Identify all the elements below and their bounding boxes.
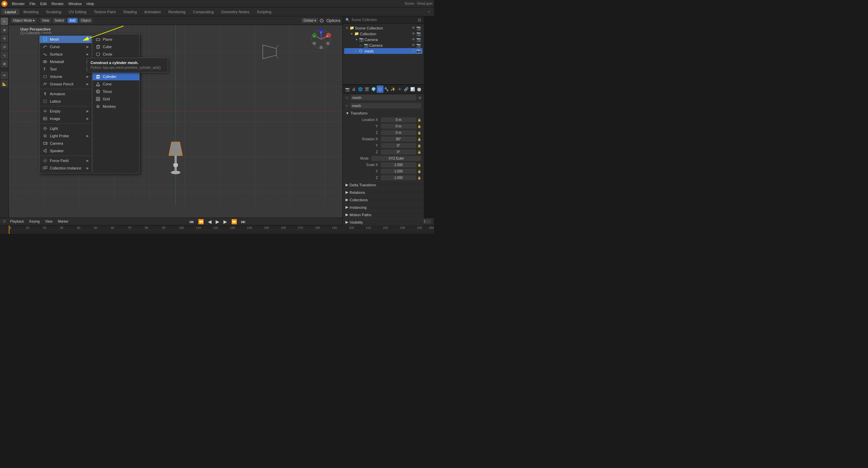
motion-paths-header[interactable]: ▶ Motion Paths — [343, 211, 424, 218]
move-tool[interactable]: ✛ — [1, 35, 8, 42]
add-menu-volume[interactable]: Volume ▶ — [40, 73, 92, 80]
menu-blender[interactable]: Blender — [9, 1, 27, 6]
play-btn[interactable]: ▶ — [216, 219, 219, 224]
add-menu-curve[interactable]: Curve ▶ — [40, 43, 92, 50]
marker-btn[interactable]: Marker — [57, 220, 70, 223]
object-mode-btn[interactable]: Object Mode ▾ — [11, 18, 37, 23]
rotate-tool[interactable]: ↺ — [1, 43, 8, 50]
render-icon[interactable]: 📷 — [416, 26, 421, 30]
view-layer-tab[interactable]: 🌐 — [357, 85, 364, 93]
add-menu-empty[interactable]: Empty ▶ — [40, 107, 92, 115]
view-btn[interactable]: View — [40, 18, 51, 23]
lock-sz[interactable]: 🔒 — [417, 176, 421, 180]
lock-sx[interactable]: 🔒 — [417, 163, 421, 167]
add-menu-lattice[interactable]: Lattice — [40, 98, 92, 105]
mesh-torus[interactable]: Torus — [93, 88, 139, 95]
lock-y[interactable]: 🔒 — [417, 125, 421, 128]
select-tool[interactable]: ↖ — [1, 18, 8, 25]
delta-transform-header[interactable]: ▶ Delta Transform — [343, 181, 424, 188]
tab-shading[interactable]: Shading — [120, 9, 140, 15]
physics-tab[interactable]: ⚛ — [396, 85, 403, 93]
outliner-camera-obj[interactable]: ▷ 📷 Camera 👁 📷 — [344, 42, 422, 48]
object-btn[interactable]: Object — [79, 18, 93, 23]
menu-edit[interactable]: Edit — [38, 1, 49, 6]
menu-window[interactable]: Window — [66, 1, 84, 6]
tab-uv-editing[interactable]: UV Editing — [65, 9, 90, 15]
lock-z[interactable]: 🔒 — [417, 131, 421, 135]
object-props-tab[interactable]: ⬡ — [377, 85, 383, 93]
menu-help[interactable]: Help — [84, 1, 97, 6]
add-menu-force-field[interactable]: Force Field ▶ — [40, 157, 92, 164]
3d-viewport[interactable]: Object Mode ▾ View Select Add Object Glo… — [9, 16, 342, 218]
menu-file[interactable]: File — [27, 1, 38, 6]
add-menu-mesh[interactable]: Mesh ▶ — [40, 36, 92, 43]
modifier-props-tab[interactable]: 🔧 — [383, 85, 390, 93]
add-btn[interactable]: Add — [67, 18, 78, 23]
mesh-cone[interactable]: Cone — [93, 80, 139, 88]
add-menu-armature[interactable]: Armature — [40, 90, 92, 98]
location-y-value[interactable]: 0 m — [381, 124, 417, 129]
add-menu-grease-pencil[interactable]: Grease Pencil ▶ — [40, 80, 92, 88]
global-btn[interactable]: Global ▾ — [301, 18, 318, 23]
rotation-mode-dropdown[interactable]: XYZ Euler — [371, 156, 421, 161]
eye-icon-2[interactable]: 👁 — [412, 32, 415, 36]
add-menu-light-probe[interactable]: Light Probe ▶ — [40, 132, 92, 140]
next-frame-btn[interactable]: ⏩ — [231, 219, 237, 224]
tab-modeling[interactable]: Modeling — [20, 9, 42, 15]
mesh-circle[interactable]: Circle — [93, 50, 139, 58]
add-menu-speaker[interactable]: Speaker — [40, 147, 92, 155]
transform-tool[interactable]: ⊞ — [1, 60, 8, 67]
add-menu-collection-instance[interactable]: Collection Instance ▶ — [40, 164, 92, 172]
add-menu-camera[interactable]: Camera — [40, 140, 92, 147]
tab-geometry-nodes[interactable]: Geometry Nodes — [218, 9, 253, 15]
keying-btn[interactable]: Keying — [28, 220, 41, 223]
tab-sculpting[interactable]: Sculpting — [43, 9, 65, 15]
view-tl-btn[interactable]: View — [44, 220, 54, 223]
annotate-tool[interactable]: ✏ — [1, 72, 8, 79]
output-props-tab[interactable]: 🖨 — [351, 85, 357, 93]
data-name-input[interactable]: mesh — [350, 103, 421, 108]
scene-props-tab[interactable]: 🎬 — [364, 85, 370, 93]
measure-tool[interactable]: 📐 — [1, 80, 8, 87]
rotation-y-value[interactable]: 0° — [381, 143, 417, 148]
outliner-filter-icon[interactable]: ⊟ — [418, 18, 421, 22]
render-icon-3[interactable]: 📷 — [416, 37, 421, 42]
tab-scripting[interactable]: Scripting — [253, 9, 275, 15]
mesh-cube[interactable]: Cube — [93, 43, 139, 50]
cursor-tool[interactable]: ⊕ — [1, 26, 8, 34]
eye-icon-5[interactable]: 👁 — [412, 49, 415, 53]
outliner-camera-group[interactable]: ▼ 📷 Camera 👁 📷 — [344, 37, 422, 42]
options-label[interactable]: Options — [327, 18, 340, 23]
tab-compositing[interactable]: Compositing — [190, 9, 217, 15]
tab-texture-paint[interactable]: Texture Paint — [91, 9, 119, 15]
tab-layout[interactable]: Layout — [1, 9, 19, 15]
render-icon-4[interactable]: 📷 — [416, 43, 421, 47]
render-icon-5[interactable]: 📷 — [416, 49, 421, 53]
options-btn[interactable]: ⊙ — [319, 17, 324, 24]
mesh-plane[interactable]: Plane — [93, 36, 139, 43]
render-icon-2[interactable]: 📷 — [416, 32, 421, 36]
prev-keyframe-btn[interactable]: ◀ — [208, 219, 212, 224]
scale-x-value[interactable]: 1.000 — [381, 162, 417, 167]
add-menu-text[interactable]: T Text ▶ — [40, 65, 92, 73]
add-menu-metaball[interactable]: Metaball ▶ — [40, 58, 92, 65]
navigation-gizmo[interactable]: X Y Z — [310, 28, 332, 52]
lock-x[interactable]: 🔒 — [417, 118, 421, 122]
transform-header[interactable]: ▼ Transform — [343, 110, 424, 117]
menu-render[interactable]: Render — [49, 1, 66, 6]
outliner-mesh[interactable]: ▷ ⬡ mesh 👁 📷 — [344, 48, 422, 54]
plus-workspace[interactable]: + — [428, 10, 430, 14]
location-x-value[interactable]: 0 m — [381, 117, 417, 122]
scale-y-value[interactable]: 1.000 — [381, 169, 417, 174]
location-z-value[interactable]: 0 m — [381, 130, 417, 135]
material-tab[interactable]: ⬤ — [416, 85, 422, 93]
scale-tool[interactable]: ⤡ — [1, 52, 8, 59]
name-options-icon[interactable]: ⊞ — [418, 96, 421, 100]
eye-icon[interactable]: 👁 — [412, 26, 415, 30]
rotation-x-value[interactable]: 90° — [381, 137, 417, 142]
lock-ry[interactable]: 🔒 — [417, 144, 421, 147]
relations-header[interactable]: ▶ Relations — [343, 189, 424, 196]
add-menu-surface[interactable]: Surface ▶ — [40, 50, 92, 58]
mesh-cylinder[interactable]: Cylinder — [93, 73, 139, 80]
outliner-scene-collection[interactable]: ▼ 📁 Scene Collection 👁 📷 — [344, 25, 422, 31]
